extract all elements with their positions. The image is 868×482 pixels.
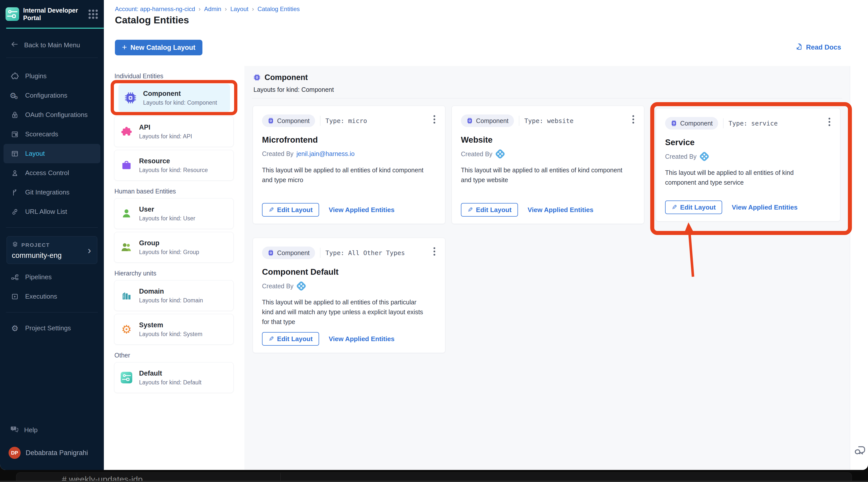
sidebar-item-label: URL Allow List xyxy=(25,208,67,216)
api-puzzle-icon xyxy=(120,125,132,138)
git-branch-icon xyxy=(10,188,19,197)
sidebar-nav-admin: Plugins ⚙⚙ Configurations OAuth Configur… xyxy=(0,66,104,221)
entity-name: Component xyxy=(143,90,217,98)
breadcrumb-admin-link[interactable]: Admin xyxy=(204,5,221,12)
entity-item-resource[interactable]: Resource Layouts for kind: Resource xyxy=(114,150,234,181)
pencil-icon: ✎ xyxy=(672,204,677,211)
creator-avatar-icon xyxy=(296,281,307,291)
edit-layout-button[interactable]: ✎ Edit Layout xyxy=(262,203,319,217)
avatar: DP xyxy=(8,447,21,459)
project-name: community-eng xyxy=(12,251,88,260)
section-label-other: Other xyxy=(115,352,130,359)
created-by-link[interactable]: jenil.jain@harness.io xyxy=(297,150,354,157)
view-applied-entities-link[interactable]: View Applied Entities xyxy=(329,206,395,214)
entity-item-system[interactable]: ⚙ System Layouts for kind: System xyxy=(114,314,234,344)
sidebar-item-label: Layout xyxy=(25,150,45,157)
divider xyxy=(252,98,842,98)
entity-item-default[interactable]: Default Layouts for kind: Default xyxy=(114,362,234,393)
user-icon xyxy=(120,208,132,220)
card-menu-kebab-icon[interactable] xyxy=(430,245,438,257)
breadcrumb-layout-link[interactable]: Layout xyxy=(230,5,248,12)
sidebar-item-executions[interactable]: Executions xyxy=(0,287,104,306)
new-catalog-layout-button[interactable]: + New Catalog Layout xyxy=(115,40,203,55)
component-chip-icon xyxy=(124,92,136,104)
entity-item-group[interactable]: Group Layouts for kind: Group xyxy=(114,232,234,263)
page-header: Account: app-harness-ng-cicd › Admin › L… xyxy=(104,0,868,66)
created-by: Created By jenil.jain@harness.io xyxy=(262,150,354,157)
project-label: PROJECT xyxy=(21,242,50,248)
entity-item-component[interactable]: Component Layouts for kind: Component xyxy=(118,84,230,112)
layouts-region: Component Layouts for kind: Component Co… xyxy=(244,66,850,470)
card-description: This layout will be applied to all entit… xyxy=(461,165,626,185)
view-applied-entities-link[interactable]: View Applied Entities xyxy=(528,206,593,214)
sidebar-item-label: Git Integrations xyxy=(25,188,69,196)
layout-card-service: Component Type: service Service Created … xyxy=(656,108,840,221)
brand-title: Internal Developer Portal xyxy=(23,6,89,22)
puzzle-icon xyxy=(10,72,19,81)
breadcrumb-separator: › xyxy=(225,5,227,12)
card-menu-kebab-icon[interactable] xyxy=(629,114,638,125)
card-description: This layout will be applied to all entit… xyxy=(665,168,821,187)
entity-desc: Layouts for kind: Default xyxy=(139,379,202,386)
entity-kind-panel: Individual Entities xyxy=(104,66,244,470)
kind-badge-label: Component xyxy=(476,117,508,124)
kind-badge-label: Component xyxy=(680,120,713,127)
chat-bubbles-icon[interactable] xyxy=(853,444,866,457)
layout-icon xyxy=(10,149,19,158)
pencil-icon: ✎ xyxy=(269,335,274,343)
link-icon xyxy=(10,208,19,216)
entity-desc: Layouts for kind: API xyxy=(139,133,192,140)
breadcrumb-catalog-entities-link[interactable]: Catalog Entities xyxy=(257,5,300,12)
breadcrumb: Account: app-harness-ng-cicd › Admin › L… xyxy=(115,5,300,12)
edit-layout-button[interactable]: ✎ Edit Layout xyxy=(665,201,722,214)
sidebar-item-oauth-configurations[interactable]: OAuth Configurations xyxy=(0,105,104,124)
sidebar-item-url-allow-list[interactable]: URL Allow List xyxy=(0,202,104,221)
breadcrumb-account-link[interactable]: Account: app-harness-ng-cicd xyxy=(115,5,195,12)
project-selector[interactable]: PROJECT community-eng › xyxy=(6,236,97,264)
layout-card-microfrontend: Component Type: micro Microfrontend Crea… xyxy=(253,106,445,224)
sidebar-item-project-settings[interactable]: ⚙ Project Settings xyxy=(0,319,104,338)
background-window-bar: # weekly-updates-idp xyxy=(0,470,868,482)
edit-layout-button[interactable]: ✎ Edit Layout xyxy=(262,332,319,345)
edit-layout-button[interactable]: ✎ Edit Layout xyxy=(461,203,518,217)
sidebar-item-git-integrations[interactable]: Git Integrations xyxy=(0,183,104,202)
sidebar-item-layout[interactable]: Layout xyxy=(3,144,100,163)
svg-text:?: ? xyxy=(12,426,14,429)
card-menu-kebab-icon[interactable] xyxy=(825,116,834,127)
app-grid-icon[interactable] xyxy=(89,9,98,19)
view-applied-entities-link[interactable]: View Applied Entities xyxy=(732,204,798,211)
breadcrumb-separator: › xyxy=(199,5,200,12)
user-menu[interactable]: DP Debabrata Panigrahi xyxy=(0,447,104,459)
entity-item-domain[interactable]: Domain Layouts for kind: Domain xyxy=(114,280,234,311)
help-button[interactable]: ? Help xyxy=(0,425,104,435)
component-chip-icon xyxy=(671,120,677,126)
card-menu-kebab-icon[interactable] xyxy=(430,114,438,125)
creator-avatar-icon xyxy=(699,151,710,162)
layers-icon xyxy=(12,241,18,249)
screen: Internal Developer Portal Back to Main M… xyxy=(0,0,868,482)
sidebar-item-plugins[interactable]: Plugins xyxy=(0,66,104,86)
view-applied-entities-link[interactable]: View Applied Entities xyxy=(329,335,395,343)
user-name: Debabrata Panigrahi xyxy=(26,449,88,457)
entity-item-user[interactable]: User Layouts for kind: User xyxy=(114,198,234,229)
sidebar-item-label: Pipelines xyxy=(25,273,52,281)
read-docs-link[interactable]: Read Docs xyxy=(795,43,841,52)
card-title: Service xyxy=(665,138,694,147)
card-title: Microfrontend xyxy=(262,135,318,145)
sidebar-item-access-control[interactable]: Access Control xyxy=(0,163,104,183)
default-logo-icon xyxy=(120,371,132,384)
entity-item-api[interactable]: API Layouts for kind: API xyxy=(114,116,234,147)
pencil-icon: ✎ xyxy=(269,206,274,214)
region-heading: Component xyxy=(253,73,308,82)
back-to-main-menu[interactable]: Back to Main Menu xyxy=(10,40,104,50)
sidebar-item-configurations[interactable]: ⚙⚙ Configurations xyxy=(0,86,104,105)
sidebar-item-label: Project Settings xyxy=(25,324,71,332)
sidebar-item-label: Configurations xyxy=(25,92,67,99)
card-title: Website xyxy=(461,135,493,145)
sidebar-item-pipelines[interactable]: Pipelines xyxy=(0,267,104,287)
section-label-human-based-entities: Human based Entities xyxy=(115,188,176,195)
gear-icon: ⚙ xyxy=(10,324,19,333)
resource-briefcase-icon xyxy=(120,159,132,171)
sidebar-item-scorecards[interactable]: Scorecards xyxy=(0,124,104,144)
created-by: Created By xyxy=(665,153,708,160)
